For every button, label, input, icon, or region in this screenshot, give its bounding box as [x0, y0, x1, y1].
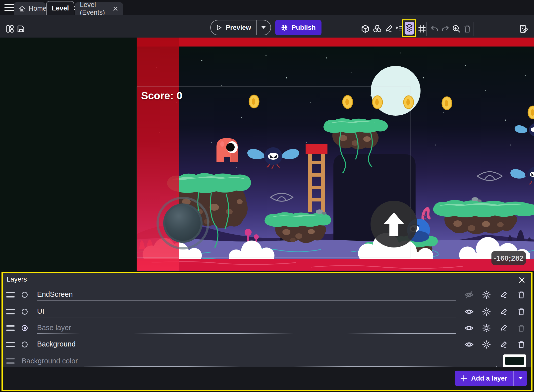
background-color-underline	[84, 355, 497, 367]
pebble	[472, 197, 479, 201]
edit-pencil-icon[interactable]	[384, 24, 394, 34]
undo-icon[interactable]	[429, 24, 439, 34]
visibility-on-icon[interactable]	[464, 307, 474, 317]
layers-icon[interactable]	[405, 22, 414, 35]
save-icon[interactable]	[16, 24, 26, 34]
tab-label: Home	[29, 5, 47, 12]
layer-row-endscreen: EndScreen	[3, 288, 531, 302]
layer-effects-icon[interactable]	[481, 290, 491, 300]
trash-icon[interactable]	[462, 24, 472, 34]
scene-editor-canvas[interactable]: Score: 0 -160;282	[0, 38, 534, 272]
add-layer-dropdown[interactable]	[514, 377, 527, 380]
edit-layer-icon[interactable]	[499, 340, 509, 349]
layer-name-field[interactable]: Background	[37, 339, 456, 350]
delete-layer-icon[interactable]	[516, 290, 526, 300]
tab-label: Level	[52, 4, 69, 12]
drag-handle-icon[interactable]	[6, 292, 15, 297]
background-color-label: Background color	[22, 357, 78, 365]
add-layer-button[interactable]: Add a layer	[455, 371, 527, 386]
joystick-control[interactable]	[163, 203, 203, 243]
add-layer-label: Add a layer	[471, 375, 507, 382]
plus-icon	[461, 375, 467, 382]
layer-select-radio[interactable]	[22, 325, 28, 331]
drag-handle-icon[interactable]	[6, 325, 15, 331]
edit-layer-icon[interactable]	[499, 307, 509, 317]
layers-panel-title: Layers	[7, 276, 27, 283]
edit-layer-icon[interactable]	[499, 290, 509, 300]
layers-panel: Layers EndScreen	[1, 272, 533, 391]
layer-row-background: Background	[3, 337, 531, 352]
background-color-swatch[interactable]	[503, 354, 526, 367]
globe-icon	[281, 24, 288, 31]
background-color-row: Background color	[3, 354, 531, 368]
scene-properties-icon[interactable]	[519, 24, 529, 34]
layer-name-field[interactable]: Base layer	[37, 322, 456, 334]
drag-handle-icon	[6, 358, 15, 364]
visibility-on-icon[interactable]	[464, 323, 474, 333]
editor-toolbar: Preview Publish	[0, 15, 534, 38]
zoom-in-icon[interactable]	[451, 24, 461, 34]
kill-zone-bottom	[137, 259, 534, 271]
score-hud-text[interactable]: Score: 0	[141, 90, 182, 102]
layers-icon-highlight	[402, 19, 416, 37]
jump-button[interactable]	[371, 201, 417, 247]
up-arrow-icon	[381, 210, 406, 238]
objects-cube-icon[interactable]	[360, 24, 370, 34]
visibility-off-icon[interactable]	[464, 290, 474, 300]
grid-icon[interactable]	[417, 24, 427, 34]
instances-cubes-icon[interactable]	[372, 24, 382, 34]
preview-label: Preview	[226, 24, 251, 32]
main-menu-button[interactable]	[4, 4, 14, 11]
home-icon	[19, 5, 26, 12]
layer-row-base: Base layer	[3, 321, 531, 335]
tab-bar: Home Level Level (Events)	[0, 0, 534, 15]
delete-layer-icon[interactable]	[516, 307, 526, 317]
gdevelop-editor-window: Home Level Level (Events)	[0, 0, 534, 392]
pebble	[478, 199, 481, 202]
tab-label: Level (Events)	[80, 1, 108, 16]
layer-name-field[interactable]: UI	[37, 306, 456, 317]
layer-name-field[interactable]: EndScreen	[37, 289, 456, 300]
tab-level[interactable]: Level	[46, 1, 74, 15]
close-tab-icon[interactable]	[113, 6, 118, 11]
layer-select-radio[interactable]	[22, 309, 28, 315]
delete-layer-icon[interactable]	[516, 340, 526, 349]
delete-layer-icon-disabled	[516, 323, 526, 333]
preview-button[interactable]: Preview	[210, 20, 271, 35]
layer-row-ui: UI	[3, 304, 531, 319]
kill-zone-top	[137, 38, 534, 47]
publish-label: Publish	[291, 24, 316, 32]
cursor-coordinates-badge: -160;282	[491, 251, 526, 265]
play-icon	[216, 24, 222, 31]
publish-button[interactable]: Publish	[275, 20, 321, 35]
dashboard-icon[interactable]	[5, 24, 15, 34]
layer-effects-icon[interactable]	[481, 307, 491, 317]
edit-layer-icon[interactable]	[499, 323, 509, 333]
layers-panel-footer: Add a layer	[3, 367, 531, 390]
layer-effects-icon[interactable]	[481, 323, 491, 333]
redo-icon[interactable]	[440, 24, 450, 34]
layer-select-radio[interactable]	[22, 342, 28, 347]
tab-level-events[interactable]: Level (Events)	[75, 2, 123, 15]
tab-home[interactable]: Home	[14, 2, 46, 15]
layer-select-radio[interactable]	[22, 292, 28, 298]
drag-handle-icon[interactable]	[6, 309, 15, 314]
drag-handle-icon[interactable]	[6, 342, 15, 347]
preview-options-dropdown[interactable]	[257, 26, 270, 29]
close-panel-icon[interactable]	[518, 276, 526, 284]
layer-effects-icon[interactable]	[481, 340, 491, 349]
visibility-on-icon[interactable]	[464, 340, 474, 349]
